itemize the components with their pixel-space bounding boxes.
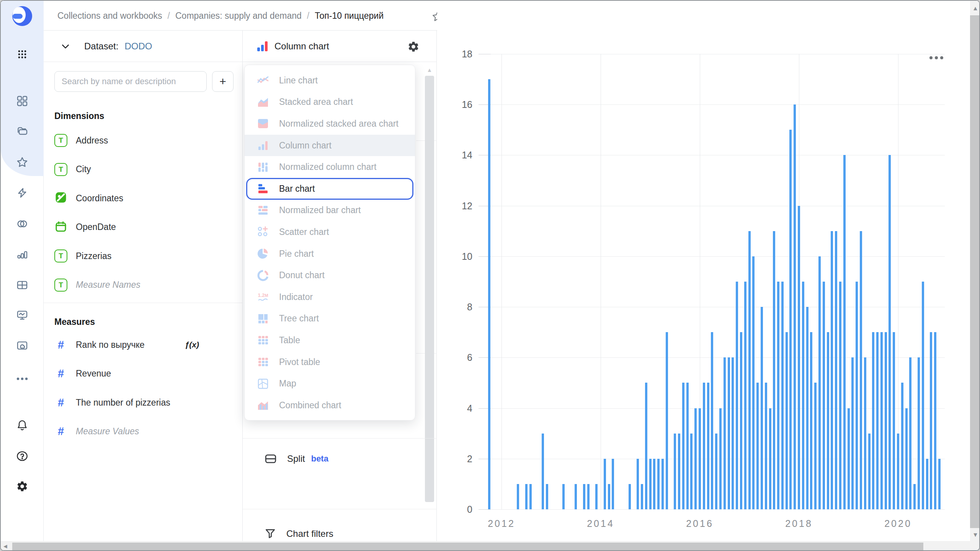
chart-bar[interactable]: [868, 434, 871, 509]
chart-bar[interactable]: [529, 484, 532, 509]
chart-bar[interactable]: [880, 332, 883, 509]
dimension-field-item[interactable]: T Pizzerias: [50, 242, 237, 270]
chart-bar[interactable]: [517, 484, 519, 509]
horizontal-scrollbar-thumb[interactable]: [12, 543, 923, 550]
chart-bar[interactable]: [835, 231, 837, 509]
chart-bar[interactable]: [773, 231, 775, 509]
quick-actions-icon[interactable]: [1, 182, 44, 204]
field-search-input[interactable]: [54, 71, 207, 92]
chart-bar[interactable]: [542, 434, 544, 509]
chart-bar[interactable]: [806, 307, 808, 509]
chart-bar[interactable]: [769, 408, 771, 509]
chart-bar[interactable]: [889, 155, 891, 509]
linked-entities-icon[interactable]: [1, 213, 44, 235]
chart-bar[interactable]: [690, 434, 693, 509]
chart-type-option[interactable]: 1.2M Indicator: [245, 286, 415, 308]
chart-bar[interactable]: [662, 459, 664, 509]
chart-type-option[interactable]: Line chart: [245, 70, 415, 91]
chart-bar[interactable]: [699, 408, 701, 509]
scroll-down-icon[interactable]: ▼: [972, 532, 978, 538]
chart-bar[interactable]: [851, 357, 854, 509]
chart-type-option[interactable]: Normalized bar chart: [245, 200, 415, 222]
chart-bar[interactable]: [629, 484, 631, 509]
chart-bar[interactable]: [645, 383, 647, 509]
chart-bar[interactable]: [728, 357, 730, 509]
chart-bar[interactable]: [649, 459, 652, 509]
chart-type-option[interactable]: Table: [245, 329, 415, 351]
chart-bar[interactable]: [901, 383, 903, 509]
chart-bar[interactable]: [641, 484, 643, 509]
chart-bar[interactable]: [612, 459, 614, 509]
chart-bar[interactable]: [922, 282, 924, 509]
chart-bar[interactable]: [595, 484, 598, 509]
dimension-field-item[interactable]: T Address: [50, 126, 237, 155]
more-icon[interactable]: [1, 368, 44, 390]
chart-bar[interactable]: [843, 155, 846, 509]
chart-bar[interactable]: [707, 383, 709, 509]
chart-type-option[interactable]: Pie chart: [245, 243, 415, 265]
chart-bar[interactable]: [926, 459, 928, 509]
chart-bar[interactable]: [918, 357, 920, 509]
datalens-logo[interactable]: [12, 6, 33, 26]
chart-bar[interactable]: [814, 383, 817, 509]
chart-bar[interactable]: [608, 484, 610, 509]
measure-field-item[interactable]: # Measure Values: [50, 417, 237, 446]
chart-bar[interactable]: [488, 79, 490, 509]
chart-type-option[interactable]: Scatter chart: [245, 221, 415, 243]
chart-bar[interactable]: [938, 459, 941, 509]
measure-field-item[interactable]: # Rank по выручке ƒ(x): [50, 331, 237, 359]
chart-bar[interactable]: [562, 484, 565, 509]
chart-bar[interactable]: [909, 357, 911, 509]
add-field-button[interactable]: +: [212, 71, 234, 92]
chart-bar[interactable]: [525, 484, 528, 509]
charts-icon[interactable]: [1, 244, 44, 265]
chart-bar[interactable]: [848, 408, 850, 509]
chart-bar[interactable]: [860, 231, 862, 509]
vertical-scrollbar-thumb[interactable]: [970, 15, 980, 528]
chart-bar[interactable]: [893, 332, 895, 509]
chart-type-option[interactable]: Combined chart: [245, 395, 415, 416]
chart-bar[interactable]: [682, 383, 684, 509]
monitoring-icon[interactable]: [1, 305, 44, 326]
dimension-field-item[interactable]: OpenDate: [50, 213, 237, 241]
chart-bar[interactable]: [736, 282, 738, 509]
chart-bar[interactable]: [905, 408, 908, 509]
chart-bar[interactable]: [678, 434, 680, 509]
chart-bar[interactable]: [885, 332, 887, 509]
measure-field-item[interactable]: # Revenue: [50, 360, 237, 388]
settings-gear-icon[interactable]: [1, 476, 44, 497]
favorites-star-icon[interactable]: [1, 152, 44, 173]
chart-bar[interactable]: [934, 332, 936, 509]
chart-bar[interactable]: [694, 408, 697, 509]
dashboards-icon[interactable]: [1, 90, 44, 112]
chart-bar[interactable]: [839, 282, 841, 509]
chart-bar[interactable]: [913, 484, 916, 509]
chart-bar[interactable]: [831, 231, 833, 509]
dataset-selector[interactable]: Dataset: DODO: [44, 31, 243, 62]
chart-bar[interactable]: [703, 383, 705, 509]
chart-bar[interactable]: [897, 434, 899, 509]
chart-bar[interactable]: [719, 408, 722, 509]
formula-icon[interactable]: ƒ(x): [185, 340, 199, 349]
chart-type-option[interactable]: Normalized column chart: [245, 156, 415, 178]
chart-bar[interactable]: [872, 332, 874, 509]
storage-icon[interactable]: [1, 335, 44, 356]
chart-bar[interactable]: [765, 383, 767, 509]
chart-type-option[interactable]: Pivot table: [245, 351, 415, 373]
chart-type-option[interactable]: Normalized stacked area chart: [245, 113, 415, 135]
chart-bar[interactable]: [604, 459, 606, 509]
collections-icon[interactable]: [1, 121, 44, 142]
breadcrumb-item[interactable]: Companies: supply and demand: [175, 11, 302, 21]
dataset-name-link[interactable]: DODO: [124, 41, 152, 52]
chart-bar[interactable]: [744, 282, 746, 509]
chart-bar[interactable]: [583, 484, 585, 509]
chart-bar[interactable]: [587, 484, 590, 509]
chart-bar[interactable]: [657, 459, 660, 509]
chart-type-option[interactable]: Map: [245, 373, 415, 395]
panel-scroll-up-icon[interactable]: ▲: [425, 67, 434, 73]
breadcrumb-item[interactable]: Collections and workbooks: [57, 11, 162, 21]
scroll-left-icon[interactable]: ◄: [2, 543, 8, 549]
chart-bar[interactable]: [876, 332, 879, 509]
dimension-field-item[interactable]: T Measure Names: [50, 271, 237, 299]
chart-bar[interactable]: [786, 332, 788, 509]
